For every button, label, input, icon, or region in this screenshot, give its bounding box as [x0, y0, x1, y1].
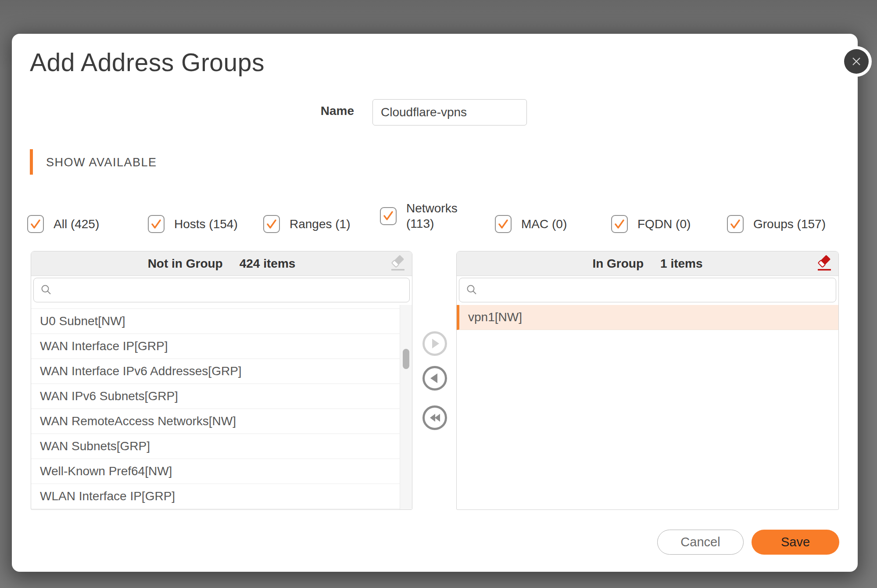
list-item[interactable]: U0 Subnet[NW]	[31, 309, 412, 334]
filter-hosts[interactable]: Hosts (154)	[148, 215, 238, 233]
not-in-group-panel: Not in Group 424 items	[31, 251, 412, 510]
filter-label: Ranges (1)	[290, 216, 351, 232]
filter-checkbox-all[interactable]	[27, 215, 44, 233]
filter-checkbox-mac[interactable]	[495, 215, 512, 233]
name-input[interactable]	[372, 99, 527, 125]
in-group-header: In Group 1 items	[457, 251, 838, 276]
section-title: SHOW AVAILABLE	[46, 156, 157, 169]
filter-checkbox-fqdn[interactable]	[611, 215, 628, 233]
modal-backdrop: Add Address Groups Name SHOW AVAILABLE A…	[0, 0, 877, 588]
filter-networks[interactable]: Networks (113)	[380, 201, 461, 231]
list-item[interactable]: WAN Subnets[GRP]	[31, 434, 412, 459]
in-group-list: vpn1[NW]	[457, 305, 838, 509]
arrow-left-circle-icon	[425, 368, 445, 388]
remove-all-from-group-button[interactable]	[422, 405, 447, 430]
list-item[interactable]: WAN Interface IPv6 Addresses[GRP]	[31, 359, 412, 384]
filter-fqdn[interactable]: FQDN (0)	[611, 215, 691, 233]
filter-label: Networks (113)	[406, 201, 461, 231]
filter-all[interactable]: All (425)	[27, 215, 99, 233]
cancel-button[interactable]: Cancel	[657, 530, 744, 555]
close-icon	[850, 55, 863, 68]
search-icon	[40, 284, 53, 296]
filter-checkbox-networks[interactable]	[380, 207, 397, 225]
close-button[interactable]	[844, 49, 869, 74]
check-icon	[613, 218, 626, 231]
name-label: Name	[222, 104, 354, 118]
filter-checkbox-hosts[interactable]	[148, 215, 165, 233]
scrollbar-track[interactable]	[400, 305, 412, 509]
filter-label: All (425)	[54, 216, 99, 232]
list-item[interactable]: WAN RemoteAccess Networks[NW]	[31, 409, 412, 434]
list-item-selected[interactable]: vpn1[NW]	[457, 305, 838, 330]
filter-checkbox-groups[interactable]	[727, 215, 744, 233]
list-item-partial	[31, 305, 412, 309]
filter-label: Groups (157)	[753, 216, 826, 232]
move-to-group-button[interactable]	[422, 331, 447, 356]
not-in-group-search-input[interactable]	[33, 278, 410, 302]
add-address-groups-dialog: Add Address Groups Name SHOW AVAILABLE A…	[12, 34, 858, 572]
filter-label: MAC (0)	[521, 216, 567, 232]
filter-label: Hosts (154)	[174, 216, 238, 232]
check-icon	[265, 218, 278, 231]
check-icon	[150, 218, 163, 231]
not-in-group-header: Not in Group 424 items	[31, 251, 412, 276]
check-icon	[497, 218, 510, 231]
arrow-right-circle-icon	[425, 333, 445, 354]
list-item[interactable]: WAN IPv6 Subnets[GRP]	[31, 384, 412, 409]
check-icon	[29, 218, 42, 231]
remove-from-group-button[interactable]	[422, 366, 447, 391]
in-group-panel: In Group 1 items	[456, 251, 839, 510]
list-item[interactable]: WLAN Interface IP[GRP]	[31, 484, 412, 509]
filter-label: FQDN (0)	[637, 216, 691, 232]
check-icon	[729, 218, 742, 231]
eraser-icon	[390, 255, 406, 272]
not-in-group-count: 424 items	[240, 257, 296, 271]
clear-not-in-group-button[interactable]	[390, 255, 406, 272]
check-icon	[382, 209, 395, 222]
in-group-count: 1 items	[660, 257, 703, 271]
in-group-search-input[interactable]	[459, 278, 836, 302]
clear-in-group-button[interactable]	[816, 255, 832, 272]
dialog-title: Add Address Groups	[30, 48, 265, 77]
filter-checkbox-ranges[interactable]	[263, 215, 280, 233]
scrollbar-thumb[interactable]	[403, 349, 409, 369]
section-accent-bar	[30, 149, 33, 175]
search-icon	[466, 284, 478, 296]
list-item[interactable]: Well-Known Pref64[NW]	[31, 459, 412, 484]
list-item[interactable]: WAN Interface IP[GRP]	[31, 334, 412, 359]
in-group-title: In Group	[592, 257, 644, 271]
filter-ranges[interactable]: Ranges (1)	[263, 215, 351, 233]
not-in-group-list: U0 Subnet[NW] WAN Interface IP[GRP] WAN …	[31, 305, 412, 509]
save-button[interactable]: Save	[752, 530, 839, 555]
not-in-group-title: Not in Group	[148, 257, 223, 271]
filter-groups[interactable]: Groups (157)	[727, 215, 826, 233]
eraser-icon	[816, 255, 832, 272]
double-arrow-left-circle-icon	[425, 408, 445, 428]
filter-mac[interactable]: MAC (0)	[495, 215, 567, 233]
